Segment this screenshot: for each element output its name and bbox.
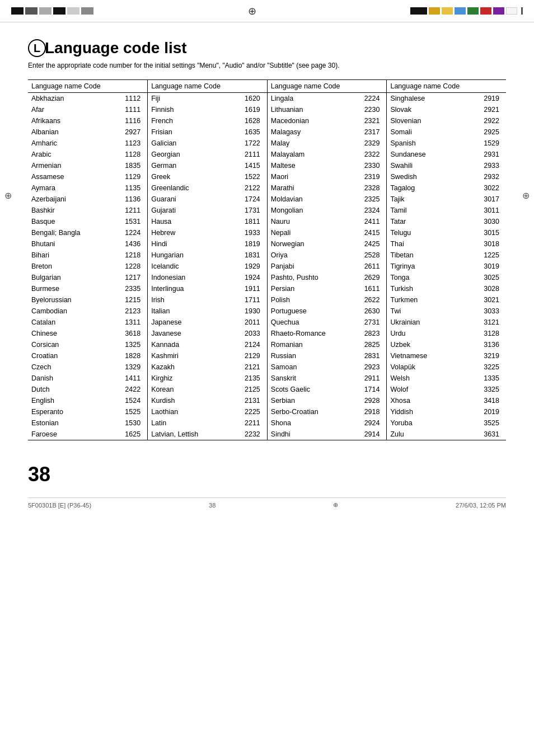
cell-code-col2-row10: 2324 [350,205,387,216]
cell-name-col1-row12: Hebrew [148,227,231,238]
cell-code-col1-row2: 1628 [231,115,267,126]
cell-name-col2-row22: Romanian [267,339,350,350]
cell-code-col0-row14: 1218 [111,250,147,261]
cell-name-col1-row0: Fiji [148,93,231,105]
cell-name-col0-row3: Albanian [28,126,111,138]
table-row: Abkhazian1112Fiji1620Lingala2224Singhale… [28,93,506,105]
col-header-3: Language name Code [267,80,387,93]
cell-name-col3-row30: Zulu [387,429,470,440]
table-row: Bhutani1436Hindi1819Norwegian2425Thai301… [28,238,506,250]
cell-name-col3-row21: Urdu [387,328,470,339]
page-number-section: 38 [28,440,506,492]
table-row: Albanian2927Frisian1635Malagasy2317Somal… [28,126,506,138]
table-row: Bihari1218Hungarian1831Oriya2528Tibetan1… [28,250,506,261]
cell-code-col3-row23: 3219 [470,350,506,361]
cell-code-col2-row20: 2731 [350,317,387,328]
table-row: Afar1111Finnish1619Lithuanian2230Slovak2… [28,104,506,115]
cell-name-col1-row16: Indonesian [148,272,231,283]
cell-code-col0-row6: 1835 [111,160,147,171]
cell-name-col0-row7: Assamese [28,171,111,182]
cell-code-col1-row15: 1929 [231,261,267,272]
cell-name-col0-row2: Afrikaans [28,115,111,126]
cell-name-col0-row21: Chinese [28,328,111,339]
cell-code-col1-row4: 1722 [231,138,267,149]
table-row: Estonian1530Latin2211Shona2924Yoruba3525 [28,417,506,429]
cell-name-col1-row6: German [148,160,231,171]
cell-name-col3-row12: Telugu [387,227,470,238]
cell-name-col1-row20: Japanese [148,317,231,328]
cell-code-col1-row8: 2122 [231,182,267,194]
cell-code-col0-row19: 2123 [111,306,147,317]
cell-name-col3-row15: Tigrinya [387,261,470,272]
cell-code-col1-row28: 2225 [231,406,267,417]
cell-code-col2-row6: 2330 [350,160,387,171]
cell-name-col0-row16: Bulgarian [28,272,111,283]
table-row: Arabic1128Georgian2111Malayalam2322Sunda… [28,149,506,160]
page-number: 38 [28,463,50,486]
cell-name-col1-row27: Kurdish [148,395,231,406]
cell-name-col2-row15: Panjabi [267,261,350,272]
cell-name-col3-row13: Thai [387,238,470,250]
col-header-2: Language name Code [148,80,268,93]
cell-code-col3-row26: 3325 [470,384,506,395]
title-container: L Language code list [28,39,506,57]
cell-name-col2-row6: Maltese [267,160,350,171]
table-row: Azerbaijani1136Guarani1724Moldavian2325T… [28,194,506,205]
cell-code-col1-row17: 1911 [231,283,267,294]
cell-name-col0-row11: Basque [28,216,111,227]
cell-name-col0-row27: English [28,395,111,406]
cell-name-col3-row4: Spanish [387,138,470,149]
cell-code-col0-row0: 1112 [111,93,147,105]
cell-code-col3-row5: 2931 [470,149,506,160]
cell-name-col2-row5: Malayalam [267,149,350,160]
cell-name-col3-row17: Turkish [387,283,470,294]
cell-name-col1-row2: French [148,115,231,126]
cell-name-col1-row24: Kazakh [148,361,231,373]
table-row: Croatian1828Kashmiri2129Russian2831Vietn… [28,350,506,361]
cell-code-col0-row29: 1530 [111,417,147,429]
cell-name-col3-row26: Wolof [387,384,470,395]
table-row: Burmese2335Interlingua1911Persian1611Tur… [28,283,506,294]
cell-code-col1-row19: 1930 [231,306,267,317]
cell-code-col0-row17: 2335 [111,283,147,294]
cell-name-col2-row4: Malay [267,138,350,149]
cell-code-col1-row3: 1635 [231,126,267,138]
cell-code-col2-row23: 2831 [350,350,387,361]
table-row: Danish1411Kirghiz2135Sanskrit2911Welsh13… [28,373,506,384]
cell-name-col2-row0: Lingala [267,93,350,105]
cell-code-col2-row5: 2322 [350,149,387,160]
table-row: Byelorussian1215Irish1711Polish2622Turkm… [28,294,506,306]
cell-code-col3-row14: 1225 [470,250,506,261]
cell-name-col2-row1: Lithuanian [267,104,350,115]
cell-name-col2-row26: Scots Gaelic [267,384,350,395]
table-row: Basque1531Hausa1811Nauru2411Tatar3030 [28,216,506,227]
top-bar: ⊕ [0,0,534,22]
cell-name-col1-row26: Korean [148,384,231,395]
table-row: Cambodian2123Italian1930Portuguese2630Tw… [28,306,506,317]
cell-code-col1-row10: 1731 [231,205,267,216]
cell-code-col2-row7: 2319 [350,171,387,182]
title-icon: L [28,39,46,57]
cell-name-col0-row24: Czech [28,361,111,373]
cell-name-col0-row4: Amharic [28,138,111,149]
cell-code-col2-row18: 2622 [350,294,387,306]
col-header-4: Language name Code [387,80,506,93]
cell-name-col2-row20: Quechua [267,317,350,328]
cell-name-col0-row26: Dutch [28,384,111,395]
cell-name-col0-row12: Bengali; Bangla [28,227,111,238]
cell-name-col0-row13: Bhutani [28,238,111,250]
cell-code-col3-row0: 2919 [470,93,506,105]
cell-code-col2-row2: 2321 [350,115,387,126]
cell-name-col2-row23: Russian [267,350,350,361]
cell-name-col3-row7: Swedish [387,171,470,182]
cell-code-col0-row4: 1123 [111,138,147,149]
cell-name-col2-row13: Norwegian [267,238,350,250]
cell-code-col3-row12: 3015 [470,227,506,238]
cell-code-col1-row21: 2033 [231,328,267,339]
col-header-1: Language name Code [28,80,148,93]
cell-code-col0-row25: 1411 [111,373,147,384]
top-bar-right [410,7,523,15]
cell-code-col3-row24: 3225 [470,361,506,373]
footer-center-icon: ⊕ [333,501,338,509]
cell-name-col1-row28: Laothian [148,406,231,417]
